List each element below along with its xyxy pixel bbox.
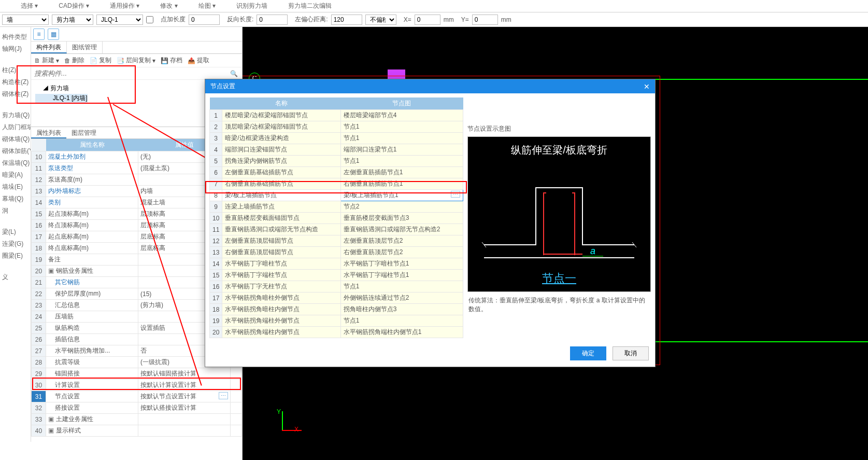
wall-instance-dropdown[interactable]: JLQ-1 bbox=[96, 15, 143, 25]
node-row[interactable]: 13右侧垂直筋顶层锚固节点右侧垂直筋顶层节点2 bbox=[210, 247, 463, 258]
left-nav-item[interactable]: 轴网(J) bbox=[0, 43, 31, 55]
left-nav-item[interactable]: 砌体柱(Z) bbox=[0, 88, 31, 100]
x-label: X= bbox=[404, 16, 411, 23]
left-nav-item[interactable]: 构造柱(Z) bbox=[0, 76, 31, 88]
node-row[interactable]: 8梁/板上墙插筋节点梁/板上墙插筋节点1⋯ bbox=[210, 190, 463, 201]
offset-mode-dropdown[interactable]: 不偏移 bbox=[365, 15, 396, 25]
component-search-input[interactable] bbox=[31, 67, 226, 79]
node-row[interactable]: 12左侧垂直筋顶层锚固节点左侧垂直筋顶层节点2 bbox=[210, 235, 463, 247]
ribbon-shear-edit[interactable]: 剪力墙二次编辑 bbox=[288, 2, 332, 10]
rev-length-label: 反向长度: bbox=[227, 15, 253, 24]
btn-copy[interactable]: 📄 复制 bbox=[90, 56, 111, 65]
btn-archive[interactable]: 💾 存档 bbox=[161, 56, 182, 65]
dialog-titlebar[interactable]: 节点设置 ✕ bbox=[205, 79, 655, 93]
add-length-input[interactable] bbox=[189, 15, 220, 25]
diagram-description: 传统算法：垂直筋伸至梁/板底弯折，弯折长度 a 取计算设置中的数值。 bbox=[467, 295, 651, 315]
diagram-caption-top: 纵筋伸至梁/板底弯折 bbox=[468, 143, 650, 157]
left-nav-item[interactable]: 保温墙(Q) bbox=[0, 157, 31, 169]
left-nav-item[interactable]: 义 bbox=[0, 271, 31, 283]
tab-component-list[interactable]: 构件列表 bbox=[31, 41, 67, 53]
comp-tabs: 构件列表 图纸管理 bbox=[31, 41, 242, 54]
ribbon-identify-shear[interactable]: 识别剪力墙 bbox=[236, 2, 267, 10]
node-settings-table: 名称 节点图 1楼层暗梁/边框梁端部锚固节点楼层暗梁端部节点42顶层暗梁/边框梁… bbox=[209, 97, 463, 338]
wall-type-dropdown[interactable]: 墙 bbox=[2, 15, 49, 25]
property-row[interactable]: 40▣显示样式 bbox=[32, 425, 242, 437]
svg-text:a: a bbox=[590, 246, 595, 256]
left-ecc-input[interactable] bbox=[331, 15, 362, 25]
search-icon[interactable]: 🔍 bbox=[226, 70, 242, 77]
diagram-title: 节点设置示意图 bbox=[467, 124, 651, 133]
left-nav-item[interactable]: 砌体墙(Q) bbox=[0, 133, 31, 145]
node-row[interactable]: 7右侧垂直筋基础插筋节点右侧垂直筋插筋节点1 bbox=[210, 178, 463, 190]
node-row[interactable]: 19水平钢筋拐角端柱外侧节点节点1 bbox=[210, 315, 463, 327]
left-ecc-label: 左偏心距离: bbox=[295, 15, 328, 24]
node-row[interactable]: 3暗梁/边框梁遇连梁构造节点1 bbox=[210, 133, 463, 144]
node-row[interactable]: 17水平钢筋拐角暗柱外侧节点外侧钢筋连续通过节点2 bbox=[210, 292, 463, 304]
y-input[interactable] bbox=[472, 15, 498, 25]
x-input[interactable] bbox=[415, 15, 440, 25]
node-row[interactable]: 4端部洞口连梁锚固节点端部洞口连梁节点1 bbox=[210, 144, 463, 156]
node-row[interactable]: 15水平钢筋丁字端柱节点水平钢筋丁字端柱节点1 bbox=[210, 270, 463, 281]
view-list-icon[interactable]: ≡ bbox=[33, 29, 45, 40]
tab-property-list[interactable]: 属性列表 bbox=[31, 127, 66, 138]
btn-new[interactable]: 🗎 新建 ▾ bbox=[34, 56, 59, 65]
tab-layer-manage[interactable]: 图层管理 bbox=[66, 127, 102, 138]
left-nav-item[interactable]: 砌体加筋(Y) bbox=[0, 145, 31, 157]
ellipsis-button[interactable]: ⋯ bbox=[451, 191, 460, 198]
left-nav-item[interactable]: 剪力墙(Q) bbox=[0, 109, 31, 121]
property-row[interactable]: 29 锚固搭接按默认锚固搭接计算 bbox=[32, 368, 242, 380]
node-row[interactable]: 16水平钢筋丁字无柱节点节点1 bbox=[210, 281, 463, 292]
left-nav-item[interactable]: 梁(L) bbox=[0, 226, 31, 238]
dialog-cancel-button[interactable]: 取消 bbox=[613, 346, 649, 360]
left-nav: 构件类型轴网(J)柱(Z)构造柱(Z)砌体柱(Z)剪力墙(Q)人防门框墙砌体墙(… bbox=[0, 27, 31, 442]
tab-drawing-manage[interactable]: 图纸管理 bbox=[67, 41, 103, 53]
left-nav-item[interactable]: 人防门框墙 bbox=[0, 121, 31, 133]
y-label: Y= bbox=[461, 16, 469, 23]
left-nav-item[interactable]: 构件类型 bbox=[0, 31, 31, 43]
ribbon-edit[interactable]: 修改 ▾ bbox=[160, 2, 177, 10]
left-nav-item[interactable]: 暗梁(A) bbox=[0, 169, 31, 181]
node-row[interactable]: 20水平钢筋拐角端柱内侧节点水平钢筋拐角端柱内侧节点1 bbox=[210, 327, 463, 338]
btn-layer-copy[interactable]: 📑 层间复制 ▾ bbox=[117, 56, 155, 65]
rev-length-input[interactable] bbox=[257, 15, 288, 25]
ellipsis-button[interactable]: ⋯ bbox=[219, 392, 228, 399]
parameter-bar: 墙 剪力墙 JLQ-1 点加长度 反向长度: 左偏心距离: 不偏移 X= mm … bbox=[0, 12, 868, 27]
left-nav-item[interactable]: 洞 bbox=[0, 205, 31, 217]
node-row[interactable]: 11垂直钢筋遇洞口或端部无节点构造垂直钢筋遇洞口或端部无节点构造2 bbox=[210, 224, 463, 235]
ribbon-cad-ops[interactable]: CAD操作 ▾ bbox=[59, 2, 89, 10]
node-row[interactable]: 9连梁上墙插筋节点节点2 bbox=[210, 201, 463, 213]
node-row[interactable]: 2顶层暗梁/边框梁端部锚固节点节点1 bbox=[210, 121, 463, 133]
tree-leaf-jlq1[interactable]: JLQ-1 [内墙] bbox=[35, 94, 88, 103]
node-row[interactable]: 6左侧垂直筋基础插筋节点左侧垂直筋插筋节点1 bbox=[210, 167, 463, 178]
node-row[interactable]: 14水平钢筋丁字暗柱节点水平钢筋丁字暗柱节点1 bbox=[210, 258, 463, 270]
ribbon-generic[interactable]: 通用操作 ▾ bbox=[110, 2, 139, 10]
property-row[interactable]: 30 计算设置按默认计算设置计算 bbox=[32, 380, 242, 391]
ribbon-draw[interactable]: 绘图 ▾ bbox=[198, 2, 216, 10]
btn-extract[interactable]: 📤 提取 bbox=[188, 56, 209, 65]
node-row[interactable]: 18水平钢筋拐角暗柱内侧节点拐角暗柱内侧节点3 bbox=[210, 304, 463, 315]
left-nav-item[interactable]: 幕墙(Q) bbox=[0, 193, 31, 205]
left-nav-item[interactable]: 连梁(G) bbox=[0, 238, 31, 250]
add-length-checkbox[interactable] bbox=[146, 16, 153, 23]
x-unit: mm bbox=[444, 16, 454, 23]
property-row[interactable]: 32 搭接设置按默认搭接设置计算 bbox=[32, 402, 242, 414]
dialog-title: 节点设置 bbox=[210, 82, 235, 91]
wall-kind-dropdown[interactable]: 剪力墙 bbox=[52, 15, 93, 25]
ribbon-select[interactable]: 选择 ▾ bbox=[21, 2, 38, 10]
node-row[interactable]: 1楼层暗梁/边框梁端部锚固节点楼层暗梁端部节点4 bbox=[210, 110, 463, 121]
dialog-close-icon[interactable]: ✕ bbox=[644, 82, 650, 91]
btn-delete[interactable]: 🗑 删除 bbox=[64, 56, 84, 65]
prop-col-name: 属性名称 bbox=[46, 139, 138, 151]
dialog-ok-button[interactable]: 确定 bbox=[570, 346, 606, 360]
left-nav-item[interactable]: 墙垛(E) bbox=[0, 181, 31, 193]
left-nav-item[interactable]: 圈梁(E) bbox=[0, 250, 31, 262]
node-row[interactable]: 5拐角连梁内侧钢筋节点节点1 bbox=[210, 156, 463, 167]
node-row[interactable]: 10垂直筋楼层变截面锚固节点垂直筋楼层变截面节点3 bbox=[210, 213, 463, 224]
property-row[interactable]: 33▣土建业务属性 bbox=[32, 414, 242, 425]
node-col-name: 名称 bbox=[222, 97, 340, 110]
view-grid-icon[interactable]: ▦ bbox=[48, 29, 59, 40]
add-length-label: 点加长度 bbox=[161, 15, 186, 24]
property-row[interactable]: 31 节点设置按默认节点设置计算⋯ bbox=[32, 391, 242, 402]
left-nav-item[interactable]: 柱(Z) bbox=[0, 64, 31, 76]
prop-col-idx bbox=[32, 139, 46, 151]
